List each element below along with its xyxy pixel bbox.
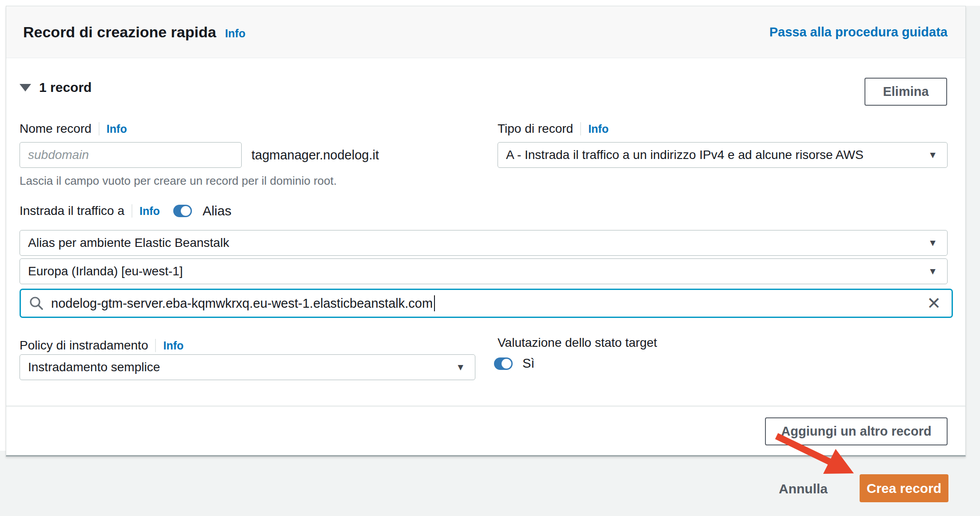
record-name-label: Nome record xyxy=(20,122,92,136)
record-type-select[interactable]: A - Instrada il traffico a un indirizzo … xyxy=(498,142,948,168)
target-health-row: Sì xyxy=(494,356,534,371)
quick-create-record-panel: Record di creazione rapida Info Passa al… xyxy=(6,6,966,456)
collapse-triangle-icon xyxy=(20,84,31,91)
label-separator xyxy=(99,122,100,135)
record-name-label-row: Nome record Info xyxy=(20,121,127,137)
quick-create-record-page: Record di creazione rapida Info Passa al… xyxy=(0,0,980,516)
page-title: Record di creazione rapida xyxy=(23,24,216,41)
alias-endpoint-input[interactable]: nodelog-gtm-server.eba-kqmwkrxq.eu-west-… xyxy=(20,289,953,318)
routing-policy-label-row: Policy di instradamento Info xyxy=(20,337,183,353)
record-type-label: Tipo di record xyxy=(498,122,573,136)
alias-target-select[interactable]: Alias per ambiente Elastic Beanstalk ▼ xyxy=(20,230,948,256)
label-separator xyxy=(155,339,156,352)
record-type-label-row: Tipo di record Info xyxy=(498,121,609,137)
route-traffic-row: Instrada il traffico a Info Alias xyxy=(20,203,231,218)
routing-policy-info-link[interactable]: Info xyxy=(163,339,183,352)
alias-toggle[interactable] xyxy=(173,205,192,217)
alias-target-value: Alias per ambiente Elastic Beanstalk xyxy=(28,236,229,250)
panel-header: Record di creazione rapida Info Passa al… xyxy=(6,6,965,58)
panel-title-wrap: Record di creazione rapida Info xyxy=(23,24,245,41)
record-collapse-toggle[interactable]: 1 record xyxy=(20,80,92,95)
clear-icon[interactable]: ✕ xyxy=(927,295,941,312)
record-name-input[interactable] xyxy=(20,142,242,168)
text-caret xyxy=(434,295,435,311)
title-info-link[interactable]: Info xyxy=(225,27,246,40)
delete-record-button[interactable]: Elimina xyxy=(864,78,947,106)
target-health-toggle-label: Sì xyxy=(522,356,534,371)
switch-to-wizard-link[interactable]: Passa alla procedura guidata xyxy=(769,25,948,40)
target-health-label: Valutazione dello stato target xyxy=(498,336,657,350)
page-top-strip xyxy=(0,0,980,6)
record-name-helper-text: Lascia il campo vuoto per creare un reco… xyxy=(20,174,337,188)
label-separator xyxy=(580,122,581,135)
routing-policy-label: Policy di instradamento xyxy=(20,338,148,353)
chevron-down-icon: ▼ xyxy=(456,362,465,372)
routing-policy-select[interactable]: Instradamento semplice ▼ xyxy=(20,354,475,380)
alias-endpoint-value: nodelog-gtm-server.eba-kqmwkrxq.eu-west-… xyxy=(51,296,433,311)
target-health-toggle[interactable] xyxy=(494,357,513,370)
cancel-button[interactable]: Annulla xyxy=(763,479,843,499)
domain-suffix-label: tagmanager.nodelog.it xyxy=(251,142,379,168)
alias-toggle-label: Alias xyxy=(203,203,231,218)
region-select[interactable]: Europa (Irlanda) [eu-west-1] ▼ xyxy=(20,258,948,284)
route-traffic-label: Instrada il traffico a xyxy=(20,204,124,218)
routing-policy-value: Instradamento semplice xyxy=(28,360,160,374)
label-separator xyxy=(131,204,132,218)
create-record-button[interactable]: Crea record xyxy=(860,474,948,502)
record-name-info-link[interactable]: Info xyxy=(107,123,127,135)
page-left-strip xyxy=(0,0,6,451)
record-type-info-link[interactable]: Info xyxy=(588,123,609,135)
search-icon xyxy=(29,296,44,311)
region-value: Europa (Irlanda) [eu-west-1] xyxy=(28,264,183,278)
add-another-record-button[interactable]: Aggiungi un altro record xyxy=(765,417,948,445)
route-traffic-info-link[interactable]: Info xyxy=(139,205,160,218)
chevron-down-icon: ▼ xyxy=(928,266,937,276)
footer-divider xyxy=(6,405,965,407)
chevron-down-icon: ▼ xyxy=(928,238,937,247)
record-type-value: A - Instrada il traffico a un indirizzo … xyxy=(506,148,864,162)
record-count-label: 1 record xyxy=(39,80,92,95)
chevron-down-icon: ▼ xyxy=(928,150,937,159)
